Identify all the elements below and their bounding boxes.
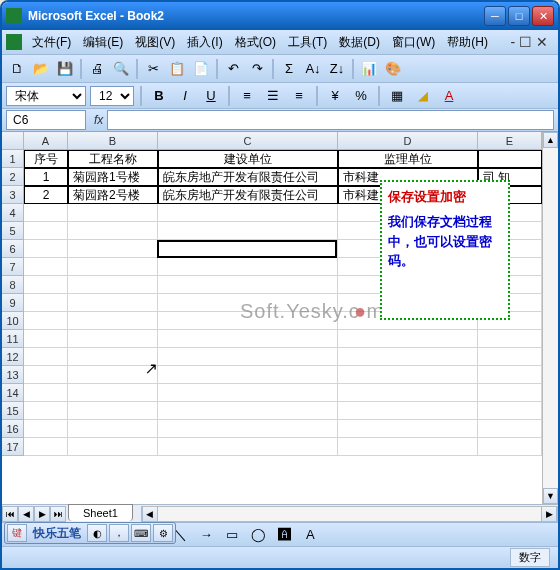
row-header[interactable]: 16 xyxy=(2,420,24,438)
borders-icon[interactable]: ▦ xyxy=(386,85,408,107)
menu-file[interactable]: 文件(F) xyxy=(26,32,77,53)
cell[interactable] xyxy=(24,204,68,222)
cell[interactable] xyxy=(158,204,338,222)
cell[interactable] xyxy=(478,438,542,456)
minimize-button[interactable]: ─ xyxy=(484,6,506,26)
cell[interactable] xyxy=(68,348,158,366)
name-box[interactable]: C6 xyxy=(6,110,86,130)
col-header-c[interactable]: C xyxy=(158,132,338,150)
row-header[interactable]: 1 xyxy=(2,150,24,168)
cell[interactable] xyxy=(24,366,68,384)
cell[interactable] xyxy=(68,222,158,240)
cell[interactable] xyxy=(158,384,338,402)
chart-icon[interactable]: 📊 xyxy=(358,58,380,80)
row-header[interactable]: 4 xyxy=(2,204,24,222)
tab-last-icon[interactable]: ⏭ xyxy=(50,506,66,522)
fill-color-icon[interactable]: ◢ xyxy=(412,85,434,107)
cell[interactable] xyxy=(68,384,158,402)
scroll-right-icon[interactable]: ▶ xyxy=(541,507,557,521)
underline-icon[interactable]: U xyxy=(200,85,222,107)
redo-icon[interactable]: ↷ xyxy=(246,58,268,80)
oval-icon[interactable]: ◯ xyxy=(247,524,269,546)
cell[interactable] xyxy=(24,438,68,456)
cell[interactable] xyxy=(68,402,158,420)
ime-keyboard-icon[interactable]: 键 xyxy=(7,524,27,542)
rectangle-icon[interactable]: ▭ xyxy=(221,524,243,546)
open-icon[interactable]: 📂 xyxy=(30,58,52,80)
tab-next-icon[interactable]: ▶ xyxy=(34,506,50,522)
row-header[interactable]: 15 xyxy=(2,402,24,420)
row-header[interactable]: 11 xyxy=(2,330,24,348)
cell[interactable]: 工程名称 xyxy=(68,150,158,168)
formula-bar[interactable] xyxy=(107,110,554,130)
row-header[interactable]: 6 xyxy=(2,240,24,258)
cell[interactable] xyxy=(338,384,478,402)
cell[interactable] xyxy=(24,384,68,402)
fx-icon[interactable]: fx xyxy=(94,113,103,127)
sort-asc-icon[interactable]: A↓ xyxy=(302,58,324,80)
cell[interactable] xyxy=(24,348,68,366)
vertical-scrollbar[interactable]: ▲ ▼ xyxy=(542,132,558,504)
cell-selected[interactable] xyxy=(158,240,338,258)
row-header[interactable]: 10 xyxy=(2,312,24,330)
save-icon[interactable]: 💾 xyxy=(54,58,76,80)
ime-settings-icon[interactable]: ⚙ xyxy=(153,524,173,542)
ime-bar[interactable]: 键 快乐五笔 ◐ ， ⌨ ⚙ xyxy=(4,522,176,544)
sheet-tab[interactable]: Sheet1 xyxy=(68,504,133,521)
cell[interactable] xyxy=(478,330,542,348)
font-size-select[interactable]: 12 xyxy=(90,86,134,106)
row-header[interactable]: 7 xyxy=(2,258,24,276)
wordart-icon[interactable]: A xyxy=(299,524,321,546)
menu-insert[interactable]: 插入(I) xyxy=(181,32,228,53)
menu-window[interactable]: 窗口(W) xyxy=(386,32,441,53)
cell[interactable]: 菊园路2号楼 xyxy=(68,186,158,204)
copy-icon[interactable]: 📋 xyxy=(166,58,188,80)
italic-icon[interactable]: I xyxy=(174,85,196,107)
row-header[interactable]: 3 xyxy=(2,186,24,204)
cell[interactable]: 监理单位 xyxy=(338,150,478,168)
cell[interactable] xyxy=(478,150,542,168)
ime-softkb-icon[interactable]: ⌨ xyxy=(131,524,151,542)
cell[interactable]: 皖东房地产开发有限责任公司 xyxy=(158,186,338,204)
cell[interactable] xyxy=(338,330,478,348)
paste-icon[interactable]: 📄 xyxy=(190,58,212,80)
ime-punct-icon[interactable]: ， xyxy=(109,524,129,542)
row-header[interactable]: 9 xyxy=(2,294,24,312)
row-header[interactable]: 17 xyxy=(2,438,24,456)
cell[interactable] xyxy=(478,366,542,384)
scroll-track[interactable] xyxy=(543,148,558,488)
scroll-down-icon[interactable]: ▼ xyxy=(543,488,558,504)
cell[interactable]: 2 xyxy=(24,186,68,204)
cell[interactable] xyxy=(68,240,158,258)
cell[interactable] xyxy=(338,438,478,456)
cell[interactable] xyxy=(68,312,158,330)
cell[interactable] xyxy=(24,294,68,312)
cell[interactable]: 皖东房地产开发有限责任公司 xyxy=(158,168,338,186)
cell[interactable] xyxy=(24,330,68,348)
cell[interactable] xyxy=(24,258,68,276)
cell[interactable] xyxy=(338,348,478,366)
col-header-e[interactable]: E xyxy=(478,132,542,150)
col-header-b[interactable]: B xyxy=(68,132,158,150)
doc-close-button[interactable]: - ☐ ✕ xyxy=(505,34,554,50)
arrow-icon[interactable]: → xyxy=(195,524,217,546)
cell[interactable] xyxy=(68,258,158,276)
cell[interactable] xyxy=(158,402,338,420)
cell[interactable] xyxy=(158,222,338,240)
align-center-icon[interactable]: ☰ xyxy=(262,85,284,107)
cell[interactable] xyxy=(24,222,68,240)
cell[interactable] xyxy=(24,240,68,258)
maximize-button[interactable]: □ xyxy=(508,6,530,26)
cell[interactable] xyxy=(24,402,68,420)
tab-first-icon[interactable]: ⏮ xyxy=(2,506,18,522)
cell[interactable] xyxy=(24,420,68,438)
undo-icon[interactable]: ↶ xyxy=(222,58,244,80)
row-header[interactable]: 5 xyxy=(2,222,24,240)
font-color-icon[interactable]: A xyxy=(438,85,460,107)
align-right-icon[interactable]: ≡ xyxy=(288,85,310,107)
cell[interactable] xyxy=(68,276,158,294)
cell[interactable] xyxy=(478,384,542,402)
bold-icon[interactable]: B xyxy=(148,85,170,107)
row-header[interactable]: 12 xyxy=(2,348,24,366)
cell[interactable] xyxy=(478,420,542,438)
